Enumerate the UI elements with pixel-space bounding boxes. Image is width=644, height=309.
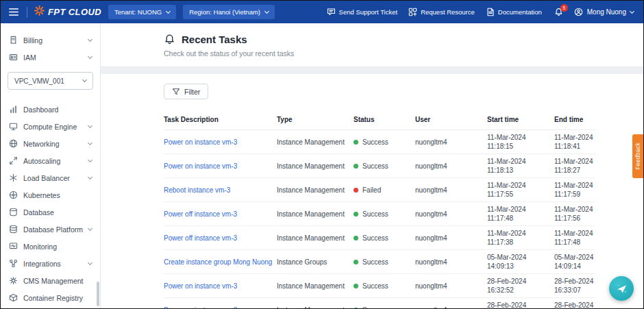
paper-plane-icon xyxy=(616,283,628,295)
feedback-tab[interactable]: Feedback xyxy=(632,134,643,178)
user-menu[interactable]: Mong Nuong xyxy=(574,8,634,16)
vpc-selector[interactable]: VPC_VMW_001 xyxy=(8,72,93,90)
billing-icon xyxy=(9,36,18,45)
task-user: nuongltm4 xyxy=(415,274,487,298)
networking-icon xyxy=(9,139,18,148)
brand-logo[interactable]: FPT CLOUD xyxy=(34,5,101,18)
tenant-selector[interactable]: Tenant: NUONG xyxy=(108,5,176,19)
main-content: Recent Tasks Check out the status of you… xyxy=(101,23,643,308)
chevron-down-icon xyxy=(630,8,634,13)
topbar: FPT CLOUD Tenant: NUONG Region: Hanoi (V… xyxy=(1,1,643,23)
table-row: Create instance group Mong Nuong Instanc… xyxy=(164,250,595,274)
kubernetes-icon xyxy=(9,190,18,199)
support-fab-button[interactable] xyxy=(609,276,634,301)
sidebar-item-cms-management[interactable]: CMS Management xyxy=(1,272,100,289)
task-type: Instance Groups xyxy=(277,250,354,274)
table-row: Power on instance vm-3 Instance Manageme… xyxy=(164,274,595,298)
task-end-time: 11-Mar-202411:17:56 xyxy=(554,202,595,226)
load-balancer-icon xyxy=(9,173,18,182)
sidebar-item-label: Networking xyxy=(23,140,60,148)
dashboard-icon xyxy=(9,105,18,114)
task-type: Instance Management xyxy=(277,298,354,309)
recent-tasks-bell-icon xyxy=(164,34,175,45)
notification-badge: 5 xyxy=(560,4,568,12)
sidebar-item-load-balancer[interactable]: Load Balancer xyxy=(1,169,100,186)
filter-button[interactable]: Filter xyxy=(164,84,208,99)
container-registry-icon xyxy=(9,293,18,302)
task-user: nuongltm4 xyxy=(415,154,487,178)
sidebar-item-iam[interactable]: IAM xyxy=(1,49,100,66)
table-row: Reboot instance vm-3 Instance Management… xyxy=(164,178,595,202)
request-resource-link[interactable]: Request Resource xyxy=(408,8,475,16)
user-name: Mong Nuong xyxy=(587,8,626,16)
task-description-link[interactable]: Power on instance vm-3 xyxy=(164,298,277,309)
sidebar-item-database-platform[interactable]: Database Platform xyxy=(1,221,100,238)
sidebar-item-label: Compute Engine xyxy=(23,123,77,131)
documentation-link[interactable]: Documentation xyxy=(486,8,542,16)
database-platform-icon xyxy=(9,225,18,234)
chevron-down-icon xyxy=(88,158,92,162)
tenant-label: Tenant: NUONG xyxy=(114,8,162,16)
sidebar-item-billing[interactable]: Billing xyxy=(1,32,100,49)
col-status: Status xyxy=(354,110,415,130)
col-end-time: End time xyxy=(554,110,595,130)
request-resource-icon xyxy=(408,8,417,16)
table-row: Power off instance vm-3 Instance Managem… xyxy=(164,202,595,226)
sidebar-item-dashboard[interactable]: Dashboard xyxy=(1,101,100,118)
sidebar-item-compute-engine[interactable]: Compute Engine xyxy=(1,118,100,135)
task-description-link[interactable]: Power on instance vm-3 xyxy=(164,274,277,298)
compute-engine-icon xyxy=(9,122,18,131)
task-status: Success xyxy=(354,274,415,298)
notifications-button[interactable]: 5 xyxy=(554,8,563,16)
task-description-link[interactable]: Power on instance vm-3 xyxy=(164,130,277,154)
status-dot xyxy=(354,164,358,169)
table-row: Power on instance vm-3 Instance Manageme… xyxy=(164,130,595,154)
task-status: Success xyxy=(354,154,415,178)
sidebar-item-label: IAM xyxy=(23,53,36,62)
request-resource-label: Request Resource xyxy=(421,8,475,16)
task-user: nuongltm4 xyxy=(415,250,487,274)
sidebar-item-autoscaling[interactable]: Autoscaling xyxy=(1,152,100,169)
sidebar-item-networking[interactable]: Networking xyxy=(1,135,100,152)
sidebar-item-integrations[interactable]: Integrations xyxy=(1,255,100,272)
region-selector[interactable]: Region: Hanoi (Vietnam) xyxy=(183,5,275,19)
send-support-ticket-link[interactable]: Send Support Ticket xyxy=(327,8,398,16)
integrations-icon xyxy=(9,259,18,268)
col-type: Type xyxy=(277,110,354,130)
user-icon xyxy=(574,8,583,16)
chevron-down-icon xyxy=(88,54,92,59)
chevron-down-icon xyxy=(88,123,92,128)
iam-icon xyxy=(9,53,18,62)
tasks-panel: Filter Task Description Type Status User… xyxy=(101,74,643,308)
sidebar-item-label: Container Registry xyxy=(23,294,83,302)
sidebar-item-kubernetes[interactable]: Kubernetes xyxy=(1,186,100,203)
sidebar-item-database[interactable]: Database xyxy=(1,203,100,221)
cms-management-icon xyxy=(9,276,18,285)
status-dot xyxy=(354,260,358,264)
task-description-link[interactable]: Power on instance vm-3 xyxy=(164,154,277,178)
task-user: nuongltm4 xyxy=(415,226,487,250)
filter-label: Filter xyxy=(184,88,200,96)
task-description-link[interactable]: Reboot instance vm-3 xyxy=(164,178,277,202)
chevron-down-icon xyxy=(88,175,92,180)
task-description-link[interactable]: Power off instance vm-3 xyxy=(164,202,277,226)
task-end-time: 11-Mar-202411:18:41 xyxy=(554,130,595,154)
task-user: nuongltm4 xyxy=(415,202,487,226)
task-start-time: 11-Mar-202411:17:55 xyxy=(487,178,554,202)
chevron-down-icon xyxy=(166,8,171,13)
task-description-link[interactable]: Power off instance vm-3 xyxy=(164,226,277,250)
task-start-time: 11-Mar-202411:17:38 xyxy=(487,226,554,250)
task-user: nuongltm4 xyxy=(415,130,487,154)
sidebar-item-container-registry[interactable]: Container Registry xyxy=(1,289,100,306)
sidebar-scrollbar[interactable] xyxy=(97,282,99,306)
sidebar-item-label: Database xyxy=(23,208,54,217)
page-header: Recent Tasks Check out the status of you… xyxy=(101,23,643,67)
app-window: FPT CLOUD Tenant: NUONG Region: Hanoi (V… xyxy=(0,0,644,309)
sidebar-item-monitoring[interactable]: Monitoring xyxy=(1,238,100,255)
task-status: Success xyxy=(354,298,415,309)
task-description-link[interactable]: Create instance group Mong Nuong xyxy=(164,250,277,274)
menu-icon[interactable] xyxy=(8,7,20,17)
task-type: Instance Management xyxy=(277,226,354,250)
table-row: Power off instance vm-3 Instance Managem… xyxy=(164,226,595,250)
sidebar-item-label: Autoscaling xyxy=(23,157,60,165)
